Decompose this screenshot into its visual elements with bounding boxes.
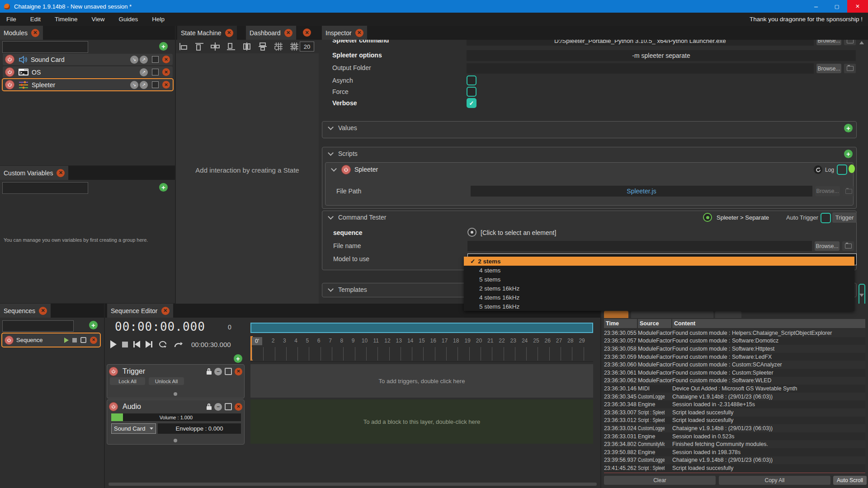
file-name-browse-button[interactable]: Browse...	[815, 241, 840, 251]
remove-layer-icon[interactable]: ✕	[235, 403, 242, 411]
modules-search-input[interactable]	[2, 41, 88, 53]
lock-icon[interactable]	[207, 406, 212, 410]
add-sequence-button[interactable]: +	[89, 321, 98, 329]
module-row-os[interactable]: OS↗✕	[3, 66, 173, 78]
trigger-button[interactable]: Trigger	[832, 212, 857, 223]
expand-icon[interactable]	[225, 368, 232, 375]
inspector-scrollbar[interactable]	[858, 40, 865, 304]
scroll-up-icon[interactable]	[859, 41, 864, 44]
tab-custom-variables[interactable]: Custom Variables ✕	[0, 166, 68, 180]
folder-icon[interactable]	[844, 40, 856, 45]
next-button[interactable]	[146, 341, 152, 348]
custom-variables-search-input[interactable]	[2, 182, 88, 194]
spleeter-command-browse-button[interactable]: Browse...	[816, 40, 841, 45]
auto-trigger-checkbox[interactable]	[821, 213, 831, 223]
unlock-all-button[interactable]: Unlock All	[149, 377, 184, 385]
stop-icon[interactable]	[72, 338, 77, 343]
maximize-button[interactable]: ▢	[826, 0, 847, 13]
module-checkbox[interactable]	[152, 56, 159, 63]
mini-view-icon[interactable]	[80, 337, 86, 343]
add-layer-button[interactable]: +	[234, 354, 242, 363]
close-icon[interactable]: ✕	[161, 307, 170, 315]
align-bottom-icon[interactable]	[226, 42, 236, 51]
remove-module-icon[interactable]: ✕	[162, 68, 170, 76]
log-row[interactable]: 23:36:30.060ModuleFactoryFound custom mo…	[604, 361, 865, 369]
grid-size-field[interactable]: 20	[300, 42, 314, 52]
timeline-horizontal-scrollbar[interactable]	[108, 483, 597, 486]
close-icon[interactable]: ✕	[355, 29, 363, 37]
input-activity-icon[interactable]: ↘	[130, 81, 138, 89]
menu-timeline[interactable]: Timeline	[55, 16, 78, 23]
verbose-checkbox[interactable]: ✓	[467, 98, 476, 108]
power-icon[interactable]	[5, 80, 14, 89]
tab-state-machine[interactable]: State Machine ✕	[177, 26, 237, 40]
power-icon[interactable]	[5, 336, 14, 345]
command-target-label[interactable]: Spleeter > Separate	[717, 214, 769, 221]
script-log-checkbox[interactable]	[837, 164, 847, 175]
log-row[interactable]: 23:36:33.007Script : SpleeterScript load…	[604, 408, 865, 417]
remove-layer-icon[interactable]: ✕	[235, 368, 242, 375]
dropdown-option-4-stems[interactable]: 4 stems	[464, 266, 854, 275]
close-icon[interactable]: ✕	[225, 29, 233, 37]
log-row[interactable]: 23:36:30.062ModuleFactoryFound custom mo…	[604, 377, 865, 385]
log-row[interactable]: 23:36:33.031EngineSession loaded in 0.52…	[604, 432, 865, 441]
file-name-value[interactable]	[467, 241, 812, 251]
log-row[interactable]: 23:36:30.058ModuleFactoryFound custom mo…	[604, 345, 865, 353]
remove-sequence-icon[interactable]: ✕	[90, 337, 97, 344]
close-icon[interactable]: ✕	[57, 169, 65, 177]
prev-button[interactable]	[133, 341, 140, 348]
folder-icon[interactable]	[842, 241, 854, 251]
add-script-button[interactable]: +	[844, 150, 853, 158]
timeline-ruler[interactable]: 0' 2345678910111213141516171819202122232…	[250, 336, 593, 362]
logger-col-source[interactable]: Source	[638, 319, 671, 328]
chevron-down-icon[interactable]	[331, 166, 337, 172]
power-icon[interactable]	[109, 402, 118, 411]
module-checkbox[interactable]	[152, 81, 159, 88]
collapse-icon[interactable]: −	[214, 368, 222, 375]
module-row-sound-card[interactable]: Sound Card↘↗✕	[3, 54, 173, 65]
stop-button[interactable]	[122, 342, 128, 347]
asynch-checkbox[interactable]	[467, 75, 476, 85]
layer-handle-dot[interactable]	[174, 439, 177, 442]
play-icon[interactable]	[64, 338, 69, 343]
dropdown-option-5-stems[interactable]: 5 stems	[464, 275, 854, 284]
tab-sequences[interactable]: Sequences ✕	[0, 304, 51, 318]
current-time-display[interactable]: 00:00:00.000	[115, 320, 205, 333]
sequence-list-item[interactable]: Sequence ✕	[2, 333, 100, 347]
collapse-icon[interactable]: −	[214, 403, 222, 411]
tab-inspector[interactable]: Inspector ✕	[322, 26, 367, 40]
log-row[interactable]: 23:39:56.937CustomLoggerUIChataigne v1.9…	[604, 456, 865, 465]
folder-icon[interactable]	[844, 64, 856, 73]
add-value-button[interactable]: +	[844, 124, 853, 132]
power-icon[interactable]	[5, 55, 14, 64]
log-row[interactable]: 23:36:30.345CustomLoggerUIChataigne v1.9…	[604, 393, 865, 401]
chevron-down-icon[interactable]	[328, 124, 334, 130]
audio-layer-track[interactable]: To add a block to this layer, double-cli…	[250, 399, 593, 444]
log-row[interactable]: 23:36:30.055ModuleFactoryFound custom mo…	[604, 329, 865, 337]
copy-all-button[interactable]: Copy All	[719, 476, 830, 485]
log-row[interactable]: 23:36:30.146MIDIDevice Out Added : Micro…	[604, 385, 865, 393]
trigger-layer-header[interactable]: Trigger − ✕ Lock All Unlock All	[107, 364, 245, 399]
close-icon[interactable]: ✕	[39, 307, 47, 315]
target-icon[interactable]	[467, 228, 476, 237]
module-checkbox[interactable]	[152, 69, 159, 75]
logger-tab-stub[interactable]	[631, 311, 713, 318]
close-button[interactable]: ✕	[847, 0, 868, 13]
menu-file[interactable]: File	[6, 16, 16, 23]
remove-module-icon[interactable]: ✕	[162, 56, 170, 63]
folder-icon[interactable]	[843, 186, 854, 196]
power-icon[interactable]	[109, 367, 118, 376]
dropdown-option-5-stems-16khz[interactable]: 5 stems 16kHz	[464, 302, 854, 311]
spleeter-options-value[interactable]: -m spleeter separate	[467, 50, 856, 61]
lock-icon[interactable]	[207, 371, 212, 375]
power-icon[interactable]	[341, 165, 351, 174]
input-activity-icon[interactable]: ↘	[130, 56, 138, 64]
audio-layer-header[interactable]: Audio − ✕ Volume : 1.000 Sound Card Enve…	[107, 399, 245, 445]
align-left-icon[interactable]	[179, 42, 189, 51]
menu-view[interactable]: View	[92, 16, 105, 23]
log-row[interactable]: 23:41:45.262Script : SpleeterScript load…	[604, 464, 865, 472]
log-row[interactable]: 23:36:33.024CustomLoggerUIChataigne v1.9…	[604, 424, 865, 432]
power-icon[interactable]	[5, 67, 14, 77]
minimize-button[interactable]: –	[806, 0, 826, 13]
add-variable-group-button[interactable]: +	[159, 183, 168, 192]
